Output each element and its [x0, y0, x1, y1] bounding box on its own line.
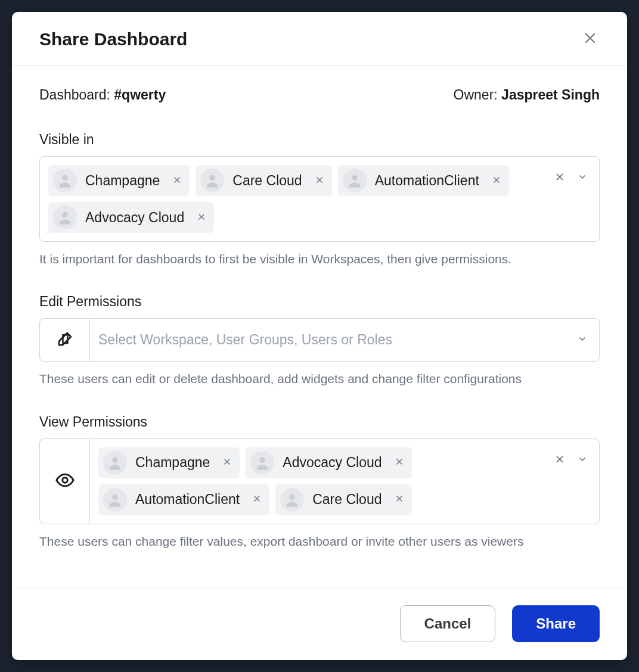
- visible-in-label: Visible in: [39, 132, 600, 148]
- visible-in-help: It is important for dashboards to first …: [39, 250, 600, 267]
- edit-permissions-select[interactable]: Select Workspace, User Groups, Users or …: [89, 318, 600, 362]
- edit-permissions-actions: [576, 327, 591, 347]
- avatar-icon: [103, 451, 127, 475]
- chip: AutomationClient: [338, 165, 509, 196]
- chip: Champagne: [98, 447, 240, 478]
- svg-point-16: [62, 478, 67, 483]
- edit-permissions-placeholder: Select Workspace, User Groups, Users or …: [98, 327, 572, 353]
- modal-title: Share Dashboard: [39, 29, 187, 49]
- chip-label: Advocacy Cloud: [85, 210, 184, 226]
- close-icon: [395, 458, 404, 468]
- dropdown-toggle[interactable]: [576, 453, 588, 467]
- svg-point-11: [62, 212, 67, 217]
- dashboard-name-field: Dashboard: #qwerty: [39, 87, 454, 103]
- chip-label: AutomationClient: [135, 491, 240, 508]
- dashboard-name: #qwerty: [114, 87, 166, 102]
- avatar-icon: [280, 488, 304, 512]
- close-icon: [315, 176, 324, 186]
- avatar-icon: [53, 169, 77, 192]
- view-permissions-chips: ChampagneAdvocacy CloudAutomationClientC…: [98, 447, 549, 515]
- cancel-button[interactable]: Cancel: [400, 605, 496, 642]
- pencil-icon: [56, 330, 74, 350]
- svg-point-23: [112, 494, 117, 499]
- edit-permissions-help: These users can edit or delete dashboard…: [39, 370, 600, 387]
- chip-remove-button[interactable]: [196, 211, 207, 224]
- chevron-down-icon: [578, 334, 587, 346]
- dashboard-label: Dashboard:: [39, 87, 114, 102]
- chip-label: Advocacy Cloud: [283, 455, 381, 471]
- modal-body: Dashboard: #qwerty Owner: Jaspreet Singh…: [12, 66, 627, 587]
- avatar-icon: [250, 451, 274, 475]
- edit-icon-prefix: [39, 318, 89, 362]
- share-dashboard-modal: Share Dashboard Dashboard: #qwerty Owner…: [12, 12, 627, 660]
- avatar-icon: [343, 169, 367, 192]
- chip-label: AutomationClient: [375, 173, 479, 189]
- dropdown-toggle[interactable]: [576, 333, 588, 347]
- chip-label: Care Cloud: [312, 491, 381, 508]
- chip-remove-button[interactable]: [222, 456, 232, 469]
- view-permissions-help: These users can change filter values, ex…: [39, 533, 600, 550]
- chip-remove-button[interactable]: [172, 175, 182, 187]
- modal-footer: Cancel Share: [12, 587, 627, 660]
- close-button[interactable]: [581, 29, 600, 49]
- visible-in-chips: ChampagneCare CloudAutomationClientAdvoc…: [48, 165, 549, 233]
- chip: Care Cloud: [275, 484, 411, 515]
- chevron-down-icon: [578, 172, 587, 183]
- chip: Care Cloud: [196, 165, 331, 196]
- visible-in-section: Visible in ChampagneCare CloudAutomation…: [39, 132, 600, 267]
- visible-in-select[interactable]: ChampagneCare CloudAutomationClientAdvoc…: [39, 156, 600, 242]
- eye-icon: [55, 470, 75, 493]
- chip-remove-button[interactable]: [314, 175, 325, 187]
- svg-point-2: [62, 175, 67, 181]
- chip-remove-button[interactable]: [491, 175, 502, 187]
- owner-name: Jaspreet Singh: [501, 87, 600, 102]
- chip-remove-button[interactable]: [394, 493, 405, 506]
- chevron-down-icon: [578, 455, 587, 466]
- owner-label: Owner:: [454, 87, 502, 102]
- chip-remove-button[interactable]: [394, 456, 405, 469]
- edit-permissions-label: Edit Permissions: [39, 294, 600, 310]
- close-icon: [555, 455, 564, 466]
- share-button[interactable]: Share: [512, 605, 600, 642]
- edit-permissions-combo: Select Workspace, User Groups, Users or …: [39, 318, 600, 362]
- modal-header: Share Dashboard: [12, 12, 627, 66]
- chip-label: Champagne: [135, 455, 210, 471]
- svg-point-26: [289, 494, 294, 499]
- view-icon-prefix: [39, 438, 89, 524]
- close-icon: [583, 31, 597, 47]
- dropdown-toggle[interactable]: [576, 171, 588, 185]
- edit-permissions-section: Edit Permissions Select Workspace, User …: [39, 294, 600, 387]
- owner-field: Owner: Jaspreet Singh: [454, 87, 600, 103]
- svg-point-17: [112, 457, 117, 462]
- chip: AutomationClient: [98, 484, 269, 515]
- close-icon: [395, 494, 404, 505]
- close-icon: [555, 172, 564, 183]
- chip-label: Champagne: [85, 173, 160, 189]
- chip-remove-button[interactable]: [252, 493, 262, 506]
- chip: Advocacy Cloud: [246, 447, 411, 478]
- svg-point-5: [210, 175, 215, 181]
- avatar-icon: [53, 206, 77, 229]
- close-icon: [223, 458, 231, 468]
- view-permissions-select[interactable]: ChampagneAdvocacy CloudAutomationClientC…: [89, 438, 600, 524]
- svg-point-20: [260, 457, 265, 462]
- dashboard-info-row: Dashboard: #qwerty Owner: Jaspreet Singh: [39, 87, 600, 103]
- clear-all-button[interactable]: [554, 171, 566, 185]
- close-icon: [197, 213, 206, 223]
- view-permissions-section: View Permissions ChampagneAdvocacy Cloud…: [39, 414, 600, 550]
- view-permissions-actions: [554, 447, 591, 467]
- avatar-icon: [200, 169, 224, 192]
- close-icon: [492, 176, 501, 186]
- avatar-icon: [103, 488, 127, 512]
- visible-in-actions: [554, 165, 591, 185]
- chip: Champagne: [48, 165, 190, 196]
- svg-point-8: [352, 175, 357, 181]
- close-icon: [173, 176, 181, 186]
- close-icon: [253, 494, 261, 505]
- view-permissions-label: View Permissions: [39, 414, 600, 430]
- chip: Advocacy Cloud: [48, 202, 214, 233]
- clear-all-button[interactable]: [554, 453, 566, 467]
- chip-label: Care Cloud: [232, 173, 302, 189]
- view-permissions-combo: ChampagneAdvocacy CloudAutomationClientC…: [39, 438, 600, 524]
